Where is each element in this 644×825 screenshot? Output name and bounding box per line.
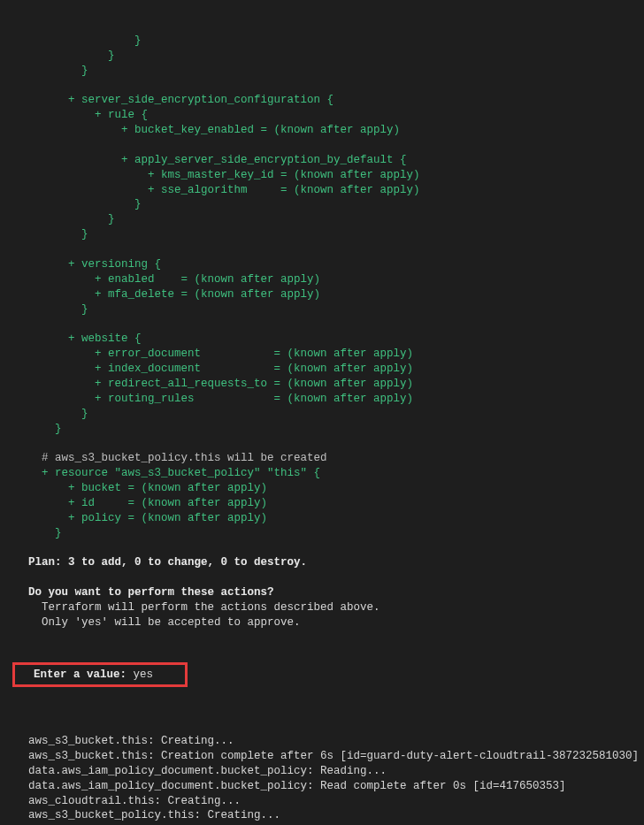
bucket-policy-comment: # aws_s3_bucket_policy.this will be crea… — [28, 452, 327, 464]
website-index-doc: + index_document = (known after apply) — [28, 363, 413, 375]
log-line: aws_s3_bucket.this: Creating... — [28, 735, 234, 747]
bucket-policy-bucket: + bucket = (known after apply) — [28, 482, 267, 494]
brace-line: } — [28, 423, 62, 435]
log-line: aws_s3_bucket_policy.this: Creating... — [28, 809, 280, 821]
website-open: + website { — [28, 332, 142, 345]
brace-line: } — [28, 50, 115, 62]
versioning-open: + versioning { — [28, 258, 161, 271]
versioning-mfa: + mfa_delete = (known after apply) — [28, 288, 320, 301]
log-line: data.aws_iam_policy_document.bucket_poli… — [28, 765, 387, 777]
sse-kms: + kms_master_key_id = (known after apply… — [28, 169, 420, 181]
sse-rule: + rule { — [28, 109, 148, 121]
sse-alg: + sse_algorithm = (known after apply) — [28, 184, 420, 196]
bucket-policy-policy: + policy = (known after apply) — [28, 512, 267, 524]
confirm-desc: Terraform will perform the actions descr… — [28, 601, 380, 614]
brace-line: } — [28, 34, 142, 47]
enter-value-label: Enter a value: — [20, 668, 126, 681]
log-line: data.aws_iam_policy_document.bucket_poli… — [28, 780, 566, 792]
brace-line: } — [28, 65, 88, 77]
confirm-question: Do you want to perform these actions? — [28, 586, 274, 599]
brace-line: } — [28, 527, 62, 539]
brace-line: } — [28, 213, 115, 225]
bucket-policy-id: + id = (known after apply) — [28, 497, 267, 509]
brace-line: } — [28, 228, 88, 241]
log-line: aws_s3_bucket.this: Creation complete af… — [28, 750, 639, 762]
confirm-only-yes: Only 'yes' will be accepted to approve. — [28, 616, 301, 629]
plan-summary: Plan: 3 to add, 0 to change, 0 to destro… — [28, 556, 307, 569]
bucket-policy-resource: + resource "aws_s3_bucket_policy" "this"… — [28, 467, 320, 479]
sse-block-open: + server_side_encryption_configuration { — [28, 94, 334, 106]
log-line: aws_cloudtrail.this: Creating... — [28, 795, 241, 807]
enter-value-highlight-box: Enter a value: yes — [12, 662, 188, 688]
brace-line: } — [28, 198, 142, 210]
website-redirect: + redirect_all_requests_to = (known afte… — [28, 378, 413, 390]
sse-bucket-key: + bucket_key_enabled = (known after appl… — [28, 124, 400, 136]
website-error-doc: + error_document = (known after apply) — [28, 348, 413, 360]
brace-line: } — [28, 303, 88, 316]
versioning-enabled: + enabled = (known after apply) — [28, 273, 320, 286]
brace-line: } — [28, 408, 88, 420]
enter-value-input[interactable]: yes — [126, 668, 153, 681]
sse-default-open: + apply_server_side_encryption_by_defaul… — [28, 154, 407, 166]
website-routing: + routing_rules = (known after apply) — [28, 393, 413, 405]
terminal-output: } } } + server_side_encryption_configura… — [0, 0, 644, 825]
